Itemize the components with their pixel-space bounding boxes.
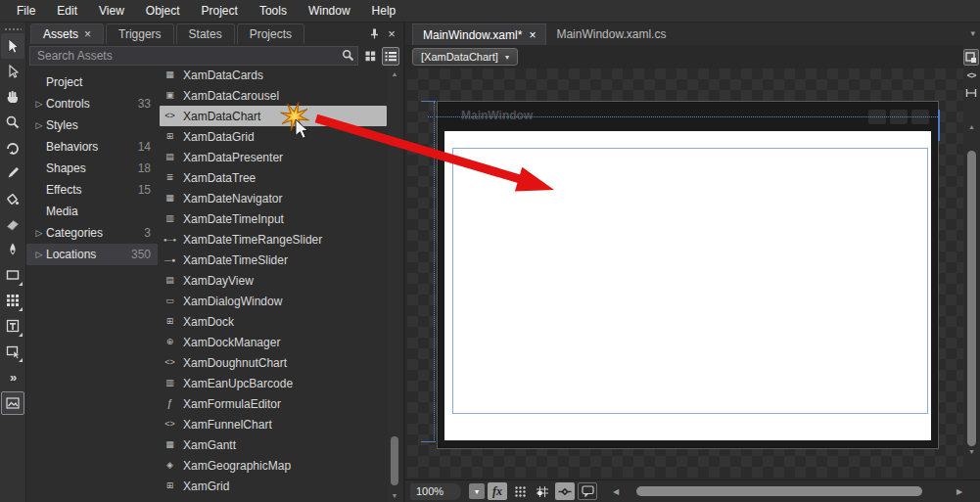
last-used-asset-icon[interactable] bbox=[1, 391, 24, 415]
code-view-button[interactable]: <> bbox=[963, 67, 979, 83]
show-grid-button[interactable] bbox=[510, 482, 530, 500]
design-horizontal-scrollbar[interactable]: ◀ ▶ bbox=[609, 483, 966, 499]
tab-close-icon[interactable]: × bbox=[529, 28, 536, 42]
scroll-up-icon[interactable]: ▲ bbox=[388, 68, 401, 80]
tree-item-effects[interactable]: Effects15 bbox=[26, 179, 158, 201]
tree-item-media[interactable]: Media bbox=[26, 201, 158, 222]
list-item-xamdialogwindow[interactable]: ▭XamDialogWindow bbox=[160, 291, 387, 311]
list-item-label: XamDialogWindow bbox=[183, 295, 282, 308]
effects-toggle-button[interactable]: fx bbox=[488, 482, 507, 500]
list-item-xamdoughnutchart[interactable]: <>XamDoughnutChart bbox=[160, 352, 387, 373]
tree-item-controls[interactable]: ▷Controls33 bbox=[26, 93, 158, 114]
expander-icon[interactable]: ▷ bbox=[32, 120, 46, 130]
rectangle-tool-icon[interactable] bbox=[1, 262, 24, 288]
split-view-button[interactable] bbox=[963, 84, 979, 101]
menu-view[interactable]: View bbox=[88, 1, 135, 21]
menu-file[interactable]: File bbox=[6, 1, 46, 21]
menu-object[interactable]: Object bbox=[135, 1, 191, 21]
tab-mainwindow-xaml[interactable]: MainWindow.xaml* × bbox=[412, 23, 546, 45]
scroll-down-icon[interactable]: ▼ bbox=[964, 448, 979, 455]
design-canvas[interactable] bbox=[444, 131, 931, 440]
menu-project[interactable]: Project bbox=[191, 1, 249, 21]
text-tool-icon[interactable] bbox=[1, 313, 24, 339]
list-item-xamgrid[interactable]: ⊞XamGrid bbox=[160, 476, 387, 496]
list-item-xamdayview[interactable]: ▤XamDayView bbox=[160, 270, 387, 291]
list-item-xamdock[interactable]: ⊞XamDock bbox=[160, 311, 387, 332]
tab-projects[interactable]: Projects bbox=[237, 23, 304, 44]
grid-tool-icon[interactable] bbox=[1, 288, 24, 313]
list-item-xamdatenavigator[interactable]: ▦XamDateNavigator bbox=[160, 188, 387, 208]
menu-edit[interactable]: Edit bbox=[46, 1, 88, 21]
scrollbar-thumb[interactable] bbox=[391, 436, 398, 485]
list-item-xamdatetimeslider[interactable]: ―●XamDateTimeSlider bbox=[160, 250, 387, 270]
list-item-xamgantt[interactable]: ▦XamGantt bbox=[160, 434, 387, 455]
zoom-dropdown-icon[interactable]: ▾ bbox=[469, 483, 485, 499]
direct-selection-tool-icon[interactable] bbox=[1, 59, 24, 84]
tab-triggers[interactable]: Triggers bbox=[106, 23, 174, 44]
tab-states[interactable]: States bbox=[176, 23, 235, 44]
more-tools-chevron-icon[interactable]: » bbox=[1, 364, 24, 389]
list-item-xamdockmanager[interactable]: ⊕XamDockManager bbox=[160, 332, 387, 352]
paint-bucket-tool-icon[interactable] bbox=[1, 186, 24, 211]
design-window-mainwindow[interactable]: MainWindow bbox=[437, 101, 939, 449]
tree-item-locations[interactable]: ▷Locations350 bbox=[26, 244, 158, 265]
tree-item-styles[interactable]: ▷Styles bbox=[26, 114, 158, 136]
list-item-xameanupcbarcode[interactable]: ▥XamEanUpcBarcode bbox=[160, 373, 387, 393]
scroll-up-icon[interactable]: ▲ bbox=[964, 123, 979, 130]
breadcrumb-dropdown[interactable]: [XamDataChart] ▾ bbox=[412, 48, 518, 66]
eyedropper-tool-icon[interactable] bbox=[1, 160, 24, 186]
menu-window[interactable]: Window bbox=[298, 1, 361, 21]
snap-to-grid-button[interactable] bbox=[533, 482, 552, 500]
camera-orbit-tool-icon[interactable] bbox=[1, 135, 24, 160]
tree-item-behaviors[interactable]: Behaviors14 bbox=[26, 136, 158, 158]
eraser-tool-icon[interactable] bbox=[1, 211, 24, 237]
list-item-xamdatagrid[interactable]: ⊞XamDataGrid bbox=[160, 126, 387, 147]
scroll-down-icon[interactable]: ▼ bbox=[388, 490, 401, 502]
list-item-xamdatacarousel[interactable]: ▣XamDataCarousel bbox=[160, 85, 387, 106]
panel-grip[interactable] bbox=[4, 26, 22, 31]
pan-tool-icon[interactable] bbox=[1, 84, 24, 110]
tree-item-categories[interactable]: ▷Categories3 bbox=[26, 222, 158, 244]
panel-close-icon[interactable]: × bbox=[384, 25, 399, 41]
scrollbar-thumb[interactable] bbox=[636, 486, 922, 496]
tree-item-shapes[interactable]: Shapes18 bbox=[26, 158, 158, 179]
tab-mainwindow-xaml-cs[interactable]: MainWindow.xaml.cs bbox=[546, 23, 676, 45]
expander-icon[interactable]: ▷ bbox=[32, 99, 46, 109]
tree-item-project[interactable]: Project bbox=[26, 71, 158, 93]
snap-to-snaplines-button[interactable] bbox=[555, 482, 575, 500]
design-vertical-scrollbar[interactable]: ▲ ▼ bbox=[964, 123, 979, 480]
zoom-tool-icon[interactable] bbox=[1, 110, 24, 135]
scroll-right-icon[interactable]: ▶ bbox=[953, 487, 966, 496]
menu-help[interactable]: Help bbox=[361, 1, 407, 21]
expander-icon[interactable]: ▷ bbox=[32, 250, 46, 259]
list-item-xamformulaeditor[interactable]: ƒXamFormulaEditor bbox=[160, 393, 387, 414]
tab-close-icon[interactable]: × bbox=[84, 27, 91, 41]
tab-list-dropdown-icon[interactable]: ▾ bbox=[970, 28, 975, 38]
design-view-button[interactable] bbox=[963, 49, 979, 66]
list-item-xamdatetimerangeslider[interactable]: ●―●XamDateTimeRangeSlider bbox=[160, 229, 387, 250]
list-item-xamgeographicmap[interactable]: ◈XamGeographicMap bbox=[160, 455, 387, 476]
xaml-annotations-button[interactable] bbox=[578, 482, 597, 500]
pin-icon[interactable] bbox=[366, 25, 382, 41]
xamdatachart-element-bounds[interactable] bbox=[452, 148, 928, 414]
list-item-xamdatetimeinput[interactable]: ▥XamDateTimeInput bbox=[160, 208, 387, 229]
zoom-level-field[interactable]: 100% bbox=[410, 483, 461, 500]
expander-icon[interactable]: ▷ bbox=[32, 228, 46, 238]
list-item-xamfunnelchart[interactable]: <>XamFunnelChart bbox=[160, 414, 387, 434]
scroll-left-icon[interactable]: ◀ bbox=[609, 487, 623, 496]
list-item-xamdatapresenter[interactable]: ▤XamDataPresenter bbox=[160, 147, 387, 167]
asset-list-scrollbar[interactable]: ▲ ▼ bbox=[388, 67, 401, 502]
menu-tools[interactable]: Tools bbox=[249, 1, 298, 21]
grid-view-button[interactable] bbox=[361, 47, 379, 66]
scrollbar-track[interactable] bbox=[623, 485, 953, 497]
selection-tool-icon[interactable] bbox=[1, 33, 24, 59]
pen-tool-icon[interactable] bbox=[1, 237, 24, 262]
control-tool-icon[interactable] bbox=[1, 339, 24, 364]
tab-assets[interactable]: Assets × bbox=[30, 23, 104, 44]
search-input[interactable] bbox=[29, 46, 358, 66]
list-view-button[interactable] bbox=[382, 47, 399, 66]
scrollbar-thumb[interactable] bbox=[967, 151, 976, 446]
list-item-xamdatachart[interactable]: <>XamDataChart bbox=[160, 106, 387, 126]
list-item-xamdatacards[interactable]: ▦XamDataCards bbox=[160, 65, 387, 85]
list-item-xamdatatree[interactable]: ≣XamDataTree bbox=[160, 167, 387, 188]
